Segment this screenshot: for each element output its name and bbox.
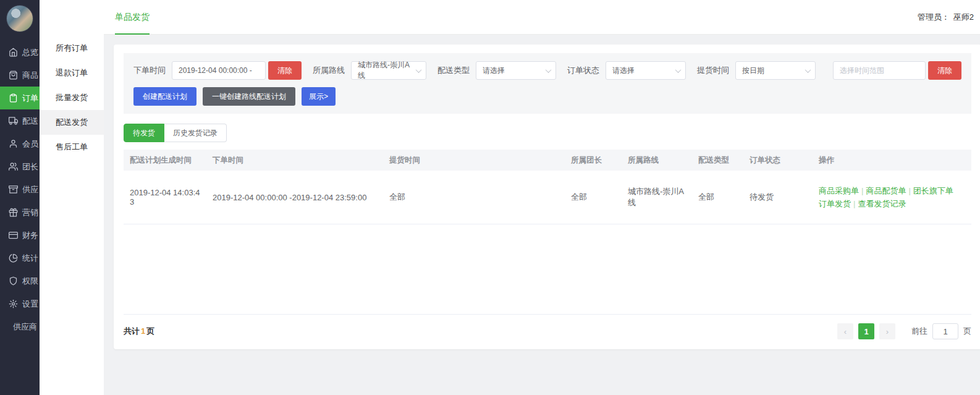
next-page-button[interactable]: ›: [879, 323, 895, 339]
filter-panel: 下单时间 清除 所属路线 城市路线-崇川A线 配送类型 请选择 订单状态: [124, 53, 971, 114]
cell-delivery-type: 全部: [692, 192, 743, 203]
sidebar-item-overview[interactable]: 总览: [0, 41, 40, 64]
link-separator: |: [861, 186, 863, 195]
sidebar-item-label: 会员: [22, 138, 38, 150]
expand-button[interactable]: 展示>: [302, 87, 336, 106]
users-icon: [9, 162, 18, 171]
orders-submenu: 所有订单 退款订单 批量发货 配送发货 售后工单: [40, 0, 104, 395]
filter-row-1: 下单时间 清除 所属路线 城市路线-崇川A线 配送类型 请选择 订单状态: [133, 61, 961, 80]
order-time-input[interactable]: [172, 61, 266, 80]
sidebar-item-label: 供应: [22, 184, 38, 195]
th-route: 所属路线: [622, 155, 692, 166]
prev-page-button[interactable]: ‹: [837, 323, 853, 339]
page-number-1[interactable]: 1: [858, 323, 874, 339]
cell-status: 待发货: [743, 192, 813, 203]
create-plan-button[interactable]: 创建配送计划: [133, 87, 196, 106]
admin-label: 管理员：: [918, 12, 950, 22]
sidebar-item-label: 营销: [22, 207, 38, 218]
truck-icon: [9, 116, 18, 125]
total-count: 1: [140, 326, 146, 336]
sidebar-item-label: 财务: [22, 230, 38, 241]
table-header-row: 配送计划生成时间 下单时间 提货时间 所属团长 所属路线 配送类型 订单状态 操…: [124, 150, 971, 171]
total-pages-text: 共计1页: [124, 326, 154, 337]
link-leader-orders[interactable]: 团长旗下单: [913, 186, 953, 195]
clear-time-range-button[interactable]: 清除: [928, 61, 961, 80]
link-view-ship-records[interactable]: 查看发货记录: [858, 199, 906, 208]
order-time-label: 下单时间: [133, 65, 166, 76]
admin-menu[interactable]: 管理员：巫师2: [918, 12, 974, 23]
route-select[interactable]: 城市路线-崇川A线: [351, 61, 426, 80]
user-icon: [9, 139, 18, 148]
table-row: 2019-12-04 14:03:43 2019-12-04 00:00:00 …: [124, 171, 971, 224]
admin-name: 巫师2: [953, 12, 974, 22]
pie-chart-icon: [9, 253, 18, 263]
delivery-type-label: 配送类型: [437, 65, 470, 76]
goto-page-input[interactable]: [932, 323, 958, 339]
link-distribution-order[interactable]: 商品配货单: [866, 186, 906, 195]
sidebar-item-leaders[interactable]: 团长: [0, 155, 40, 178]
chevron-down-icon: [805, 67, 811, 73]
ship-tabs: 待发货 历史发货记录: [124, 124, 971, 142]
finance-card-icon: [9, 231, 18, 240]
operation-links-line2: 订单发货|查看发货记录: [819, 197, 965, 210]
submenu-label: 退款订单: [56, 67, 88, 79]
pickup-time-select[interactable]: 按日期: [735, 61, 816, 80]
order-list-icon: [9, 93, 18, 103]
delivery-type-value: 请选择: [483, 66, 505, 76]
sidebar-item-suppliers[interactable]: 供应商: [0, 315, 40, 338]
order-status-value: 请选择: [612, 66, 635, 76]
submenu-item-delivery-ship[interactable]: 配送发货: [40, 110, 104, 135]
topbar: 单品发货 管理员：巫师2: [104, 0, 980, 35]
total-suffix: 页: [146, 326, 154, 336]
sidebar-item-label: 设置: [22, 299, 38, 310]
link-order-ship[interactable]: 订单发货: [819, 199, 851, 208]
pickup-time-value: 按日期: [742, 66, 764, 76]
one-click-create-plan-button[interactable]: 一键创建路线配送计划: [203, 87, 295, 106]
sidebar-item-settings[interactable]: 设置: [0, 292, 40, 315]
sidebar-item-label: 供应商: [13, 321, 37, 333]
submenu-item-aftersale[interactable]: 售后工单: [40, 135, 104, 159]
submenu-item-refund-orders[interactable]: 退款订单: [40, 61, 104, 85]
route-label: 所属路线: [313, 65, 345, 76]
pagination: ‹ 1 › 前往 页: [837, 323, 971, 339]
th-order-time: 下单时间: [206, 155, 383, 166]
sidebar-item-permissions[interactable]: 权限: [0, 270, 40, 292]
avatar[interactable]: [6, 5, 33, 32]
delivery-table: 配送计划生成时间 下单时间 提货时间 所属团长 所属路线 配送类型 订单状态 操…: [124, 150, 971, 224]
cell-pickup-time: 全部: [383, 192, 565, 203]
submenu-item-all-orders[interactable]: 所有订单: [40, 36, 104, 61]
sidebar-item-label: 统计: [22, 253, 38, 264]
main-area: 单品发货 管理员：巫师2 下单时间 清除 所属路线 城市路线-崇川A线 配送类型: [104, 0, 980, 395]
clear-order-time-button[interactable]: 清除: [268, 61, 302, 80]
sidebar-item-delivery[interactable]: 配送: [0, 109, 40, 132]
link-purchase-order[interactable]: 商品采购单: [819, 186, 859, 195]
sidebar-item-statistics[interactable]: 统计: [0, 247, 40, 270]
sidebar-item-orders[interactable]: 订单: [0, 87, 40, 109]
sidebar-item-label: 权限: [22, 276, 38, 287]
sidebar-item-goods[interactable]: 商品: [0, 64, 40, 87]
sidebar-item-members[interactable]: 会员: [0, 132, 40, 155]
tab-single-item-ship[interactable]: 单品发货: [115, 0, 150, 35]
sidebar-item-marketing[interactable]: 营销: [0, 201, 40, 224]
sidebar-item-finance[interactable]: 财务: [0, 224, 40, 247]
th-pickup-time: 提货时间: [383, 155, 565, 166]
chevron-down-icon: [675, 67, 682, 73]
delivery-type-select[interactable]: 请选择: [476, 61, 556, 80]
sidebar-item-label: 商品: [22, 70, 38, 81]
th-plan-time: 配送计划生成时间: [124, 155, 206, 166]
avatar-wrap: [0, 0, 40, 41]
cell-leader: 全部: [565, 192, 622, 203]
route-select-value: 城市路线-崇川A线: [358, 60, 413, 81]
order-status-select[interactable]: 请选择: [606, 61, 686, 80]
time-range-input[interactable]: [833, 61, 926, 80]
submenu-label: 所有订单: [56, 43, 88, 54]
goto-label: 前往: [911, 326, 927, 337]
shield-icon: [9, 276, 18, 286]
gear-icon: [9, 299, 18, 308]
sidebar-item-supply[interactable]: 供应: [0, 178, 40, 201]
sidebar-item-label: 团长: [22, 161, 38, 172]
th-leader: 所属团长: [565, 155, 622, 166]
tab-pending-ship[interactable]: 待发货: [124, 124, 164, 142]
submenu-item-batch-ship[interactable]: 批量发货: [40, 85, 104, 110]
tab-history-records[interactable]: 历史发货记录: [164, 124, 227, 142]
